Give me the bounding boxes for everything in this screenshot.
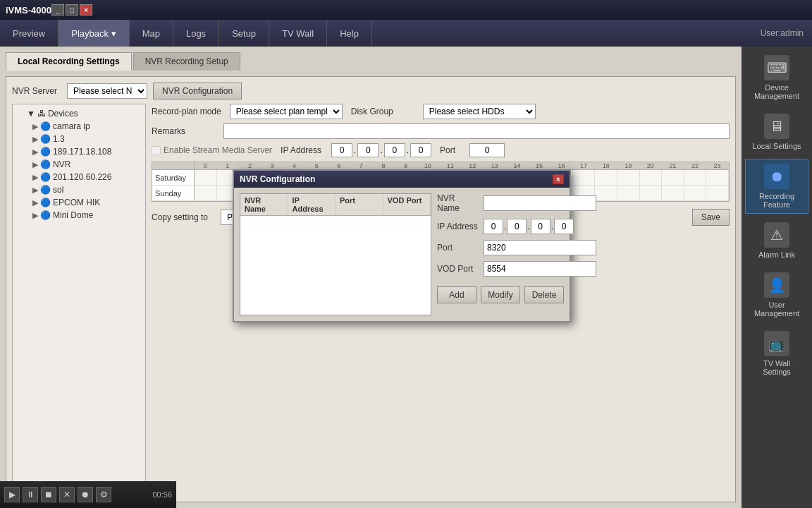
- day-cell[interactable]: [195, 170, 217, 185]
- save-button[interactable]: Save: [692, 209, 730, 226]
- time-10: 10: [417, 162, 440, 169]
- nvr-port-label: Port: [437, 243, 479, 253]
- nvr-name-input[interactable]: [484, 195, 596, 211]
- nvr-vod-port-input[interactable]: 8554: [484, 261, 596, 277]
- day-cell[interactable]: [617, 170, 640, 185]
- day-cell[interactable]: [595, 170, 617, 185]
- ip-sep-1: .: [354, 145, 356, 155]
- record-button[interactable]: ⏺: [78, 487, 93, 502]
- stream-media-checkbox[interactable]: [152, 146, 161, 155]
- sidebar-item-user-mgmt[interactable]: 👤 User Management: [745, 267, 808, 322]
- time-14: 14: [506, 162, 529, 169]
- day-cell[interactable]: [684, 170, 707, 185]
- time-19: 19: [617, 162, 640, 169]
- nvr-dialog-close-btn[interactable]: ×: [553, 174, 564, 184]
- port-input[interactable]: 0: [469, 143, 505, 157]
- nav-help[interactable]: Help: [327, 20, 372, 47]
- titlebar: iVMS-4000 _ □ ×: [0, 0, 812, 20]
- day-cell[interactable]: [595, 186, 617, 200]
- time-20: 20: [640, 162, 663, 169]
- topnav: Preview Playback ▾ Map Logs Setup TV Wal…: [0, 20, 812, 47]
- time-16: 16: [550, 162, 573, 169]
- day-cell[interactable]: [640, 170, 663, 185]
- nvr-ip-label: IP Address: [437, 222, 479, 231]
- tree-item-label-7: Mini Dome: [53, 210, 93, 220]
- nav-preview[interactable]: Preview: [0, 20, 59, 47]
- close-playback-button[interactable]: ✕: [59, 487, 75, 502]
- tree-item-2[interactable]: ▶ 🔵 189.171.18.108: [21, 145, 142, 158]
- time-17: 17: [573, 162, 596, 169]
- nav-playback[interactable]: Playback ▾: [59, 20, 129, 47]
- sidebar-item-recording-feature[interactable]: ⏺ Recording Feature: [745, 159, 808, 214]
- sidebar-item-label-tv-wall: TV Wall Settings: [749, 359, 805, 376]
- remarks-input[interactable]: [223, 123, 730, 139]
- tree-root-expand-icon: ▼: [27, 109, 35, 119]
- day-cell[interactable]: [684, 186, 707, 200]
- nav-logs[interactable]: Logs: [173, 20, 219, 47]
- nvr-ip-1[interactable]: [484, 219, 503, 234]
- time-numbers: 0 1 2 3 4 5 6 7 8 9 10 1: [195, 162, 729, 169]
- ip-octet-2[interactable]: [357, 143, 379, 157]
- disk-group-label: Disk Group: [351, 107, 414, 116]
- day-cell[interactable]: [662, 170, 684, 185]
- tree-item-5[interactable]: ▶ 🔵 sol: [21, 183, 142, 196]
- tree-item-7[interactable]: ▶ 🔵 Mini Dome: [21, 209, 142, 222]
- stream-media-label: Enable Stream Media Server: [164, 145, 272, 155]
- tab-nvr-recording[interactable]: NVR Recording Setup: [133, 52, 240, 71]
- tree-item-6[interactable]: ▶ 🔵 EPCOM HIK: [21, 196, 142, 209]
- day-cell[interactable]: [195, 186, 217, 200]
- day-cell[interactable]: [706, 186, 729, 200]
- stop-button[interactable]: ⏹: [41, 487, 56, 502]
- nvr-ip-4[interactable]: [554, 219, 574, 234]
- tree-item-4[interactable]: ▶ 🔵 201.120.60.226: [21, 171, 142, 183]
- minimize-btn[interactable]: _: [51, 4, 64, 16]
- nvr-ip-dot-1: .: [504, 222, 506, 231]
- record-plan-select[interactable]: Please select plan templ: [230, 104, 343, 119]
- sidebar-item-device-mgmt[interactable]: ⌨ Device Management: [745, 50, 808, 105]
- day-cell[interactable]: [662, 186, 684, 200]
- sidebar-item-alarm-link[interactable]: ⚠ Alarm Link: [745, 217, 808, 264]
- tree-item-1[interactable]: ▶ 🔵 1.3: [21, 133, 142, 145]
- tab-local-recording[interactable]: Local Recording Settings: [6, 52, 132, 71]
- time-15: 15: [529, 162, 551, 169]
- time-11: 11: [439, 162, 462, 169]
- close-btn[interactable]: ×: [80, 4, 92, 16]
- time-5: 5: [306, 162, 328, 169]
- sidebar-item-tv-wall[interactable]: 📺 TV Wall Settings: [745, 326, 808, 381]
- tree-item-0[interactable]: ▶ 🔵 camara ip: [21, 120, 142, 133]
- nvr-name-row: NVR Name: [437, 193, 564, 213]
- disk-group-select[interactable]: Please select HDDs: [423, 104, 536, 119]
- nav-tvwall[interactable]: TV Wall: [269, 20, 327, 47]
- nav-map[interactable]: Map: [130, 20, 173, 47]
- tree-node-icon-6: 🔵: [40, 198, 51, 207]
- ip-octet-3[interactable]: [384, 143, 405, 157]
- delete-button[interactable]: Delete: [524, 286, 564, 303]
- day-cell[interactable]: [640, 186, 663, 200]
- day-cell[interactable]: [617, 186, 640, 200]
- ip-address-group: . . .: [331, 143, 431, 157]
- ip-octet-1[interactable]: [331, 143, 352, 157]
- settings-button[interactable]: ⚙: [96, 487, 111, 502]
- user-area: User:admin: [752, 20, 812, 47]
- nvr-ip-3[interactable]: [531, 219, 550, 234]
- modify-button[interactable]: Modify: [481, 286, 520, 303]
- tree-root-icon: 🖧: [37, 109, 46, 119]
- nvr-server-select[interactable]: Please select N: [67, 83, 147, 99]
- nvr-ip-2[interactable]: [507, 219, 527, 234]
- day-cell[interactable]: [573, 170, 596, 185]
- nav-setup[interactable]: Setup: [219, 20, 269, 47]
- tree-item-3[interactable]: ▶ 🔵 NVR: [21, 158, 142, 171]
- pause-button[interactable]: ⏸: [23, 487, 38, 502]
- user-mgmt-icon: 👤: [764, 272, 789, 298]
- maximize-btn[interactable]: □: [66, 4, 78, 16]
- nvr-dialog-titlebar: NVR Configuration ×: [234, 171, 570, 188]
- play-button[interactable]: ▶: [4, 487, 20, 502]
- add-button[interactable]: Add: [437, 286, 476, 303]
- stream-media-checkbox-label[interactable]: Enable Stream Media Server: [152, 145, 272, 155]
- tree-root[interactable]: ▼ 🖧 Devices: [16, 107, 142, 120]
- day-cell[interactable]: [706, 170, 729, 185]
- sidebar-item-local-settings[interactable]: 🖥 Local Settings: [745, 109, 808, 155]
- ip-octet-4[interactable]: [410, 143, 431, 157]
- nvr-config-btn[interactable]: NVR Configuration: [153, 83, 242, 99]
- nvr-port-input[interactable]: 8320: [484, 240, 596, 255]
